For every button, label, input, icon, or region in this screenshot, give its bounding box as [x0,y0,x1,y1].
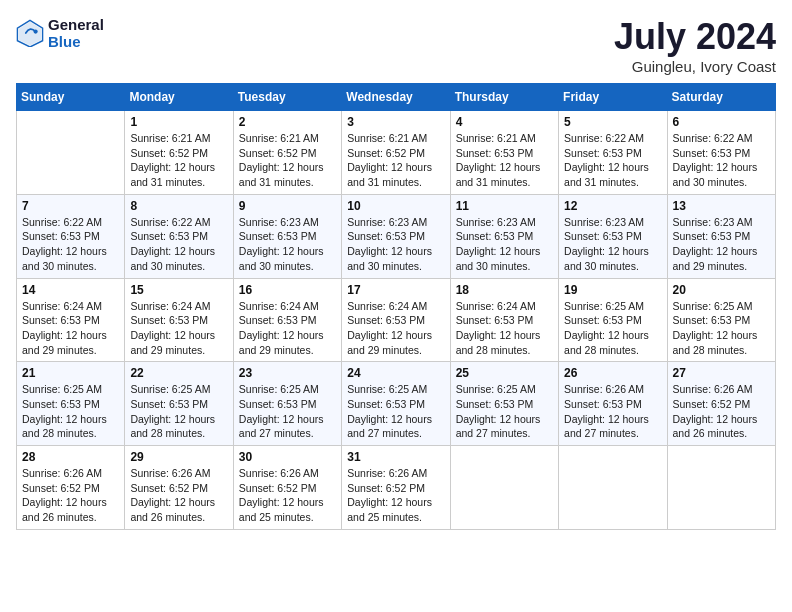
calendar-cell: 10Sunrise: 6:23 AM Sunset: 6:53 PM Dayli… [342,194,450,278]
day-info: Sunrise: 6:23 AM Sunset: 6:53 PM Dayligh… [673,215,770,274]
month-title: July 2024 [614,16,776,58]
day-info: Sunrise: 6:21 AM Sunset: 6:52 PM Dayligh… [347,131,444,190]
day-info: Sunrise: 6:24 AM Sunset: 6:53 PM Dayligh… [347,299,444,358]
day-info: Sunrise: 6:25 AM Sunset: 6:53 PM Dayligh… [564,299,661,358]
calendar-cell: 23Sunrise: 6:25 AM Sunset: 6:53 PM Dayli… [233,362,341,446]
calendar-cell [17,111,125,195]
day-header: Saturday [667,84,775,111]
calendar-cell [450,446,558,530]
day-number: 8 [130,199,227,213]
day-number: 24 [347,366,444,380]
calendar-cell: 26Sunrise: 6:26 AM Sunset: 6:53 PM Dayli… [559,362,667,446]
day-info: Sunrise: 6:24 AM Sunset: 6:53 PM Dayligh… [22,299,119,358]
day-info: Sunrise: 6:26 AM Sunset: 6:52 PM Dayligh… [347,466,444,525]
day-number: 30 [239,450,336,464]
calendar-week-row: 1Sunrise: 6:21 AM Sunset: 6:52 PM Daylig… [17,111,776,195]
day-number: 31 [347,450,444,464]
calendar-cell [667,446,775,530]
day-info: Sunrise: 6:24 AM Sunset: 6:53 PM Dayligh… [239,299,336,358]
calendar-cell: 15Sunrise: 6:24 AM Sunset: 6:53 PM Dayli… [125,278,233,362]
calendar-cell: 24Sunrise: 6:25 AM Sunset: 6:53 PM Dayli… [342,362,450,446]
day-header: Friday [559,84,667,111]
day-number: 5 [564,115,661,129]
calendar-cell: 28Sunrise: 6:26 AM Sunset: 6:52 PM Dayli… [17,446,125,530]
day-info: Sunrise: 6:22 AM Sunset: 6:53 PM Dayligh… [130,215,227,274]
title-area: July 2024 Guingleu, Ivory Coast [614,16,776,75]
location: Guingleu, Ivory Coast [614,58,776,75]
day-info: Sunrise: 6:26 AM Sunset: 6:52 PM Dayligh… [22,466,119,525]
calendar-cell: 8Sunrise: 6:22 AM Sunset: 6:53 PM Daylig… [125,194,233,278]
day-number: 28 [22,450,119,464]
day-info: Sunrise: 6:21 AM Sunset: 6:52 PM Dayligh… [239,131,336,190]
day-info: Sunrise: 6:24 AM Sunset: 6:53 PM Dayligh… [130,299,227,358]
day-number: 27 [673,366,770,380]
calendar-cell: 30Sunrise: 6:26 AM Sunset: 6:52 PM Dayli… [233,446,341,530]
day-number: 23 [239,366,336,380]
day-header: Monday [125,84,233,111]
page-header: General Blue July 2024 Guingleu, Ivory C… [16,16,776,75]
calendar-cell: 25Sunrise: 6:25 AM Sunset: 6:53 PM Dayli… [450,362,558,446]
day-number: 3 [347,115,444,129]
calendar-week-row: 21Sunrise: 6:25 AM Sunset: 6:53 PM Dayli… [17,362,776,446]
calendar-week-row: 7Sunrise: 6:22 AM Sunset: 6:53 PM Daylig… [17,194,776,278]
day-info: Sunrise: 6:23 AM Sunset: 6:53 PM Dayligh… [347,215,444,274]
day-number: 1 [130,115,227,129]
logo-icon [16,19,44,47]
calendar-cell: 29Sunrise: 6:26 AM Sunset: 6:52 PM Dayli… [125,446,233,530]
calendar-cell: 17Sunrise: 6:24 AM Sunset: 6:53 PM Dayli… [342,278,450,362]
day-number: 26 [564,366,661,380]
day-number: 22 [130,366,227,380]
calendar-cell: 11Sunrise: 6:23 AM Sunset: 6:53 PM Dayli… [450,194,558,278]
day-number: 12 [564,199,661,213]
day-header: Sunday [17,84,125,111]
calendar-week-row: 28Sunrise: 6:26 AM Sunset: 6:52 PM Dayli… [17,446,776,530]
day-info: Sunrise: 6:26 AM Sunset: 6:52 PM Dayligh… [239,466,336,525]
day-info: Sunrise: 6:23 AM Sunset: 6:53 PM Dayligh… [239,215,336,274]
day-number: 4 [456,115,553,129]
calendar-cell: 12Sunrise: 6:23 AM Sunset: 6:53 PM Dayli… [559,194,667,278]
logo-text: General Blue [48,16,104,50]
day-number: 11 [456,199,553,213]
day-number: 21 [22,366,119,380]
calendar-cell: 13Sunrise: 6:23 AM Sunset: 6:53 PM Dayli… [667,194,775,278]
calendar-cell: 20Sunrise: 6:25 AM Sunset: 6:53 PM Dayli… [667,278,775,362]
day-number: 20 [673,283,770,297]
day-number: 15 [130,283,227,297]
calendar-cell: 2Sunrise: 6:21 AM Sunset: 6:52 PM Daylig… [233,111,341,195]
calendar-cell: 5Sunrise: 6:22 AM Sunset: 6:53 PM Daylig… [559,111,667,195]
calendar-cell [559,446,667,530]
calendar-week-row: 14Sunrise: 6:24 AM Sunset: 6:53 PM Dayli… [17,278,776,362]
day-number: 2 [239,115,336,129]
day-info: Sunrise: 6:23 AM Sunset: 6:53 PM Dayligh… [564,215,661,274]
calendar-cell: 6Sunrise: 6:22 AM Sunset: 6:53 PM Daylig… [667,111,775,195]
calendar-cell: 3Sunrise: 6:21 AM Sunset: 6:52 PM Daylig… [342,111,450,195]
calendar-cell: 22Sunrise: 6:25 AM Sunset: 6:53 PM Dayli… [125,362,233,446]
day-info: Sunrise: 6:23 AM Sunset: 6:53 PM Dayligh… [456,215,553,274]
day-number: 29 [130,450,227,464]
day-info: Sunrise: 6:21 AM Sunset: 6:53 PM Dayligh… [456,131,553,190]
day-number: 17 [347,283,444,297]
day-number: 13 [673,199,770,213]
day-info: Sunrise: 6:25 AM Sunset: 6:53 PM Dayligh… [347,382,444,441]
calendar-cell: 18Sunrise: 6:24 AM Sunset: 6:53 PM Dayli… [450,278,558,362]
day-info: Sunrise: 6:25 AM Sunset: 6:53 PM Dayligh… [456,382,553,441]
day-info: Sunrise: 6:22 AM Sunset: 6:53 PM Dayligh… [564,131,661,190]
calendar-cell: 4Sunrise: 6:21 AM Sunset: 6:53 PM Daylig… [450,111,558,195]
day-number: 10 [347,199,444,213]
day-header: Thursday [450,84,558,111]
calendar-cell: 1Sunrise: 6:21 AM Sunset: 6:52 PM Daylig… [125,111,233,195]
day-number: 16 [239,283,336,297]
day-info: Sunrise: 6:25 AM Sunset: 6:53 PM Dayligh… [673,299,770,358]
calendar-cell: 27Sunrise: 6:26 AM Sunset: 6:52 PM Dayli… [667,362,775,446]
day-info: Sunrise: 6:22 AM Sunset: 6:53 PM Dayligh… [673,131,770,190]
day-number: 14 [22,283,119,297]
day-number: 19 [564,283,661,297]
calendar-cell: 14Sunrise: 6:24 AM Sunset: 6:53 PM Dayli… [17,278,125,362]
svg-point-2 [34,30,38,34]
calendar-cell: 31Sunrise: 6:26 AM Sunset: 6:52 PM Dayli… [342,446,450,530]
day-number: 25 [456,366,553,380]
day-info: Sunrise: 6:26 AM Sunset: 6:53 PM Dayligh… [564,382,661,441]
day-info: Sunrise: 6:26 AM Sunset: 6:52 PM Dayligh… [130,466,227,525]
day-info: Sunrise: 6:24 AM Sunset: 6:53 PM Dayligh… [456,299,553,358]
calendar-cell: 16Sunrise: 6:24 AM Sunset: 6:53 PM Dayli… [233,278,341,362]
